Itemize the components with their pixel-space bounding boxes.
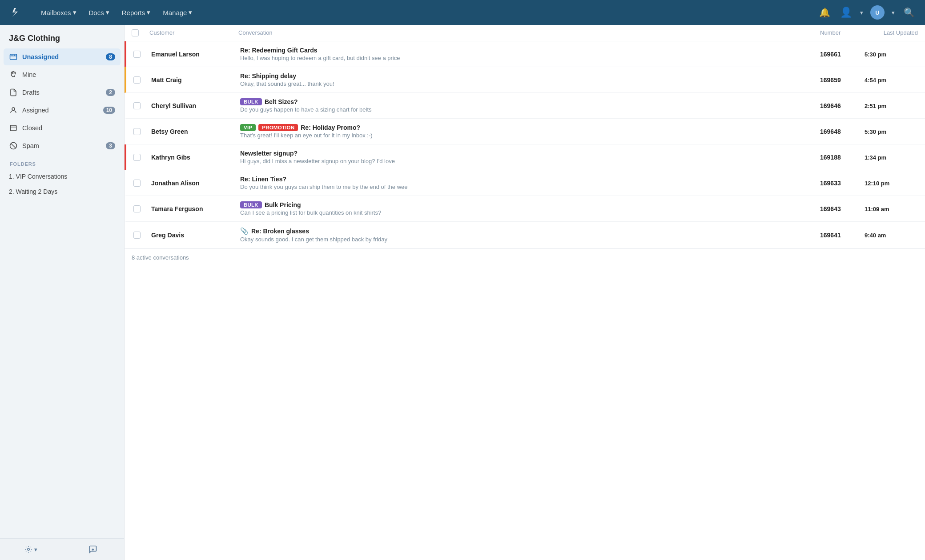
unassigned-badge: 8 (106, 53, 115, 60)
header-checkbox[interactable] (132, 29, 149, 36)
customer-name: Betsy Green (151, 128, 188, 135)
sidebar-folder-vip-label: 1. VIP Conversations (9, 173, 67, 180)
conversation-number: 169648 (820, 128, 841, 135)
sidebar-item-mine-label: Mine (22, 71, 115, 78)
conversation-preview: That's great! I'll keep an eye out for i… (240, 132, 820, 139)
topnav-icons: 🔔 👤 ▾ U ▾ 🔍 (817, 5, 916, 20)
sidebar-item-drafts[interactable]: Drafts 2 (4, 84, 121, 101)
table-row[interactable]: Matt Craig Re: Shipping delay Okay, that… (125, 67, 925, 93)
tag-bulk: Bulk (240, 98, 262, 105)
row-checkbox[interactable] (133, 76, 141, 84)
customer-name: Greg Davis (151, 232, 184, 239)
app-logo[interactable] (9, 6, 25, 19)
table-row[interactable]: Emanuel Larson Re: Redeeming Gift Cards … (125, 41, 925, 67)
conversation-time: 5:30 pm (865, 51, 886, 58)
table-row[interactable]: Betsy Green VipPromotionRe: Holiday Prom… (125, 119, 925, 144)
table-row[interactable]: Jonathan Alison Re: Linen Ties? Do you t… (125, 170, 925, 196)
table-row[interactable]: Tamara Ferguson BulkBulk Pricing Can I s… (125, 196, 925, 222)
conversation-time: 4:54 pm (865, 77, 886, 84)
row-checkbox[interactable] (133, 205, 141, 212)
folders-section-label: FOLDERS (4, 155, 121, 169)
sidebar-bottom-bar: ▾ (0, 538, 124, 560)
notifications-icon[interactable]: 🔔 (817, 5, 832, 20)
select-all-checkbox[interactable] (132, 29, 139, 36)
row-checkbox[interactable] (133, 102, 141, 109)
sidebar-folder-vip[interactable]: 1. VIP Conversations (4, 169, 121, 184)
closed-icon (9, 124, 18, 132)
conversation-time: 1:34 pm (865, 154, 886, 161)
tag-vip: Vip (240, 124, 256, 131)
header-conversation: Conversation (238, 29, 820, 36)
conversation-time: 12:10 pm (865, 180, 889, 187)
active-conversations-count: 8 active conversations (132, 254, 189, 261)
sidebar-item-closed[interactable]: Closed (4, 120, 121, 136)
row-checkbox[interactable] (133, 51, 141, 58)
sidebar-item-mine[interactable]: Mine (4, 66, 121, 83)
conversation-time: 2:51 pm (865, 103, 886, 109)
user-avatar[interactable]: U (870, 5, 885, 20)
manage-menu[interactable]: Manage ▾ (157, 6, 197, 19)
compose-button[interactable] (62, 539, 125, 560)
customer-name: Kathryn Gibs (151, 154, 190, 161)
table-row[interactable]: Kathryn Gibs Newsletter signup? Hi guys,… (125, 144, 925, 170)
help-avatar-icon[interactable]: 👤 (839, 5, 853, 20)
spam-icon (9, 141, 18, 150)
customer-name: Jonathan Alison (151, 180, 199, 187)
customer-name: Tamara Ferguson (151, 205, 203, 212)
sidebar-item-spam-label: Spam (22, 142, 106, 149)
table-row[interactable]: Cheryl Sullivan BulkBelt Sizes? Do you g… (125, 93, 925, 119)
header-number: Number (820, 29, 865, 36)
row-checkbox[interactable] (133, 154, 141, 161)
conversation-number: 169659 (820, 76, 841, 84)
sidebar-item-closed-label: Closed (22, 124, 115, 132)
header-customer: Customer (149, 29, 238, 36)
table-footer: 8 active conversations (125, 248, 925, 266)
sidebar-item-drafts-label: Drafts (22, 89, 106, 96)
inbox-icon (9, 52, 18, 61)
attachment-icon: 📎 (240, 227, 249, 235)
conversation-number: 169646 (820, 102, 841, 109)
sidebar-item-unassigned[interactable]: Unassigned 8 (4, 48, 121, 65)
main-content: Customer Conversation Number Last Update… (125, 25, 925, 560)
search-icon[interactable]: 🔍 (902, 5, 916, 20)
tag-promotion: Promotion (258, 124, 298, 131)
table-row[interactable]: Greg Davis 📎Re: Broken glasses Okay soun… (125, 222, 925, 248)
conversation-subject: BulkBelt Sizes? (240, 98, 820, 105)
conversation-number: 169661 (820, 51, 841, 58)
conversation-preview: Do you guys happen to have a sizing char… (240, 106, 820, 113)
org-name: J&G Clothing (0, 25, 124, 48)
conversation-preview: Okay sounds good. I can get them shipped… (240, 236, 820, 243)
customer-name: Matt Craig (151, 76, 181, 84)
conversation-preview: Okay, that sounds great... thank you! (240, 80, 820, 87)
settings-button[interactable]: ▾ (0, 539, 62, 560)
sidebar-folder-waiting-label: 2. Waiting 2 Days (9, 188, 57, 195)
conversation-subject: VipPromotionRe: Holiday Promo? (240, 124, 820, 131)
customer-name: Cheryl Sullivan (151, 102, 196, 109)
svg-rect-0 (10, 54, 17, 60)
conversation-number: 169641 (820, 232, 841, 239)
row-checkbox[interactable] (133, 180, 141, 187)
svg-point-5 (28, 548, 30, 551)
tag-bulk: Bulk (240, 201, 262, 208)
sidebar-item-assigned[interactable]: Assigned 10 (4, 102, 121, 119)
conversation-subject: 📎Re: Broken glasses (240, 227, 820, 235)
hand-icon (9, 70, 18, 79)
sidebar: J&G Clothing Unassigned 8 Mine (0, 25, 125, 560)
top-navigation: Mailboxes ▾ Docs ▾ Reports ▾ Manage ▾ 🔔 … (0, 0, 925, 25)
sidebar-item-unassigned-label: Unassigned (22, 53, 106, 60)
mailboxes-menu[interactable]: Mailboxes ▾ (36, 6, 82, 19)
reports-menu[interactable]: Reports ▾ (117, 6, 156, 19)
docs-menu[interactable]: Docs ▾ (84, 6, 115, 19)
conversation-table: Customer Conversation Number Last Update… (125, 25, 925, 560)
table-header: Customer Conversation Number Last Update… (125, 25, 925, 41)
sidebar-folder-waiting[interactable]: 2. Waiting 2 Days (4, 184, 121, 199)
row-checkbox[interactable] (133, 128, 141, 135)
row-checkbox[interactable] (133, 232, 141, 239)
conversation-number: 169643 (820, 205, 841, 212)
sidebar-item-spam[interactable]: Spam 3 (4, 137, 121, 154)
conversation-subject: BulkBulk Pricing (240, 201, 820, 208)
conversation-number: 169633 (820, 180, 841, 187)
table-body: Emanuel Larson Re: Redeeming Gift Cards … (125, 41, 925, 248)
conversation-time: 5:30 pm (865, 128, 886, 135)
conversation-preview: Hello, I was hoping to redeem a gift car… (240, 55, 820, 61)
